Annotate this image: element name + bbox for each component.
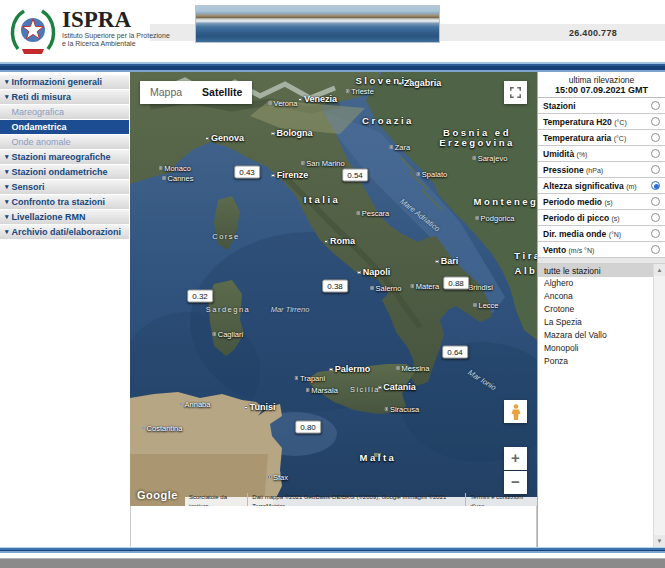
measurement-option-row[interactable]: Temperatura H20 (°C) bbox=[538, 114, 665, 130]
radio-button[interactable] bbox=[651, 117, 660, 126]
google-logo: Google bbox=[137, 489, 178, 501]
window-bottom-bar bbox=[0, 558, 665, 568]
triangle-down-icon: ▾ bbox=[5, 75, 9, 89]
header-divider-bar bbox=[0, 62, 665, 72]
wave-height-marker[interactable]: 0.43 bbox=[234, 166, 260, 179]
radio-button[interactable] bbox=[651, 101, 660, 110]
wave-height-marker[interactable]: 0.32 bbox=[187, 290, 213, 303]
logo-text: ISPRA Istituto Superiore per la Protezio… bbox=[62, 8, 170, 48]
pegman-icon bbox=[510, 404, 522, 420]
measurement-option-row[interactable]: Stazioni bbox=[538, 98, 665, 114]
radio-button[interactable] bbox=[651, 245, 660, 254]
triangle-down-icon: ▾ bbox=[5, 195, 9, 209]
visitor-counter: 26.400.778 bbox=[569, 28, 617, 38]
footer-divider-bar bbox=[0, 547, 665, 553]
station-list-item[interactable]: La Spezia bbox=[538, 316, 653, 329]
station-list-item[interactable]: Mazara del Vallo bbox=[538, 329, 653, 342]
wave-height-marker[interactable]: 0.64 bbox=[442, 346, 468, 359]
wave-height-marker[interactable]: 0.88 bbox=[443, 277, 469, 290]
station-list-item[interactable]: Monopoli bbox=[538, 342, 653, 355]
radio-button[interactable] bbox=[651, 133, 660, 142]
fullscreen-button[interactable] bbox=[504, 81, 527, 104]
sidebar-item[interactable]: ▾ Confronto tra stazioni bbox=[0, 195, 129, 209]
content-gap bbox=[130, 506, 537, 547]
triangle-down-icon: ▾ bbox=[5, 180, 9, 194]
sidebar-item[interactable]: ▾ Stazioni ondametriche bbox=[0, 165, 129, 179]
measurement-option-row[interactable]: Periodo medio (s) bbox=[538, 194, 665, 210]
sidebar-item[interactable]: ▾ Livellazione RMN bbox=[0, 210, 129, 224]
measurement-panel: ultima rilevazione 15:00 07.09.2021 GMT … bbox=[537, 72, 665, 547]
wave-height-marker[interactable]: 0.38 bbox=[322, 280, 348, 293]
station-listbox: tutte le stazioni AlgheroAnconaCrotoneLa… bbox=[538, 264, 665, 547]
map-type-control: Mappa Satellite bbox=[140, 81, 252, 104]
map-attribution-bar: Scorciatoie da tastieraDati mappa ©2021 … bbox=[185, 497, 537, 506]
station-list-item[interactable]: Alghero bbox=[538, 277, 653, 290]
measurement-option-row[interactable]: Umidità (%) bbox=[538, 146, 665, 162]
sidebar-item[interactable]: ▾ Archivio dati/elaborazioni bbox=[0, 225, 129, 239]
page-header: 26.400.778 ISPRA Istituto Superiore per … bbox=[0, 0, 665, 62]
triangle-down-icon: ▾ bbox=[5, 210, 9, 224]
radio-button[interactable] bbox=[651, 149, 660, 158]
measurement-option-row[interactable]: Altezza significativa (m) bbox=[538, 178, 665, 194]
scroll-up-icon[interactable]: ▲ bbox=[654, 264, 665, 276]
measurement-option-row[interactable]: Dir. media onde (°N) bbox=[538, 226, 665, 242]
last-reading-label: ultima rilevazione bbox=[538, 75, 665, 85]
sidebar-menu: ▾ Informazioni generali ▾ Reti di misura… bbox=[0, 72, 130, 547]
sidebar-item[interactable]: ▾ Reti di misura bbox=[0, 90, 129, 104]
measurement-option-row[interactable]: Temperatura aria (°C) bbox=[538, 130, 665, 146]
map-canvas[interactable]: SloveniaCroaziaBosnia edErzegovinaItalia… bbox=[130, 72, 537, 506]
scroll-down-icon[interactable]: ▼ bbox=[654, 535, 665, 547]
measurement-option-row[interactable]: Periodo di picco (s) bbox=[538, 210, 665, 226]
station-list-all-option[interactable]: tutte le stazioni bbox=[538, 264, 653, 277]
logo-subtitle-2: e la Ricerca Ambientale bbox=[62, 40, 170, 48]
sidebar-item[interactable]: ▾ Onde anomale bbox=[0, 135, 129, 149]
ispra-emblem-icon bbox=[8, 5, 58, 57]
map-mode-button[interactable]: Mappa bbox=[140, 81, 192, 104]
radio-button[interactable] bbox=[651, 213, 660, 222]
radio-button[interactable] bbox=[651, 181, 660, 190]
wave-height-marker[interactable]: 0.54 bbox=[342, 169, 368, 182]
sidebar-item[interactable]: ▾ Informazioni generali bbox=[0, 75, 129, 89]
station-list-item[interactable]: Ponza bbox=[538, 355, 653, 368]
street-view-pegman-button[interactable] bbox=[504, 400, 527, 423]
radio-button[interactable] bbox=[651, 165, 660, 174]
zoom-in-button[interactable]: + bbox=[504, 447, 527, 470]
logo-subtitle-1: Istituto Superiore per la Protezione bbox=[62, 32, 170, 40]
station-list-item[interactable]: Ancona bbox=[538, 290, 653, 303]
logo-title: ISPRA bbox=[62, 8, 170, 32]
triangle-down-icon: ▾ bbox=[5, 225, 9, 239]
zoom-out-button[interactable]: − bbox=[504, 471, 527, 494]
measurement-option-row[interactable]: Pressione (hPa) bbox=[538, 162, 665, 178]
triangle-down-icon: ▾ bbox=[5, 150, 9, 164]
sidebar-item[interactable]: ▾ Sensori bbox=[0, 180, 129, 194]
radio-button[interactable] bbox=[651, 229, 660, 238]
map-attribution-text[interactable]: Termini e condizioni d'uso bbox=[465, 493, 537, 507]
map-attribution-text[interactable]: Dati mappa ©2021 GeoBasis-DE/BKG (©2009)… bbox=[247, 493, 465, 507]
sidebar-item[interactable]: ▾ Stazioni mareografiche bbox=[0, 150, 129, 164]
listbox-scrollbar[interactable]: ▲ ▼ bbox=[653, 264, 665, 547]
sidebar-item[interactable]: ▾ Ondametrica bbox=[0, 120, 129, 134]
station-list-item[interactable]: Crotone bbox=[538, 303, 653, 316]
triangle-down-icon: ▾ bbox=[5, 90, 9, 104]
measurement-option-row[interactable]: Vento (m/s °N) bbox=[538, 242, 665, 258]
last-reading-timestamp: 15:00 07.09.2021 GMT bbox=[538, 85, 665, 95]
radio-button[interactable] bbox=[651, 197, 660, 206]
sidebar-item[interactable]: ▾ Mareografica bbox=[0, 105, 129, 119]
map-attribution-text[interactable]: Scorciatoie da tastiera bbox=[185, 493, 247, 507]
coast-photo-banner bbox=[195, 5, 440, 43]
triangle-down-icon: ▾ bbox=[5, 165, 9, 179]
last-reading-header: ultima rilevazione 15:00 07.09.2021 GMT bbox=[538, 72, 665, 98]
satellite-mode-button[interactable]: Satellite bbox=[192, 81, 252, 104]
fullscreen-icon bbox=[509, 86, 522, 99]
wave-height-marker[interactable]: 0.80 bbox=[295, 421, 321, 434]
